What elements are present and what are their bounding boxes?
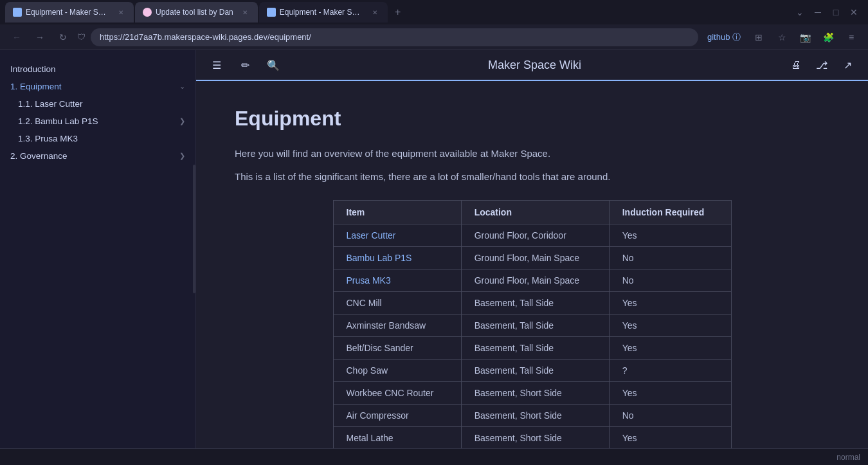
- grid-icon[interactable]: ⊞: [750, 28, 768, 46]
- equipment-table: Item Location Induction Required Laser C…: [333, 200, 732, 448]
- sidebar-item-introduction-label: Introduction: [10, 64, 56, 74]
- table-location: Ground Floor, Main Space: [461, 269, 609, 292]
- wiki-toolbar: ☰ ✏ 🔍 Maker Space Wiki 🖨 ⎇ ↗: [196, 50, 868, 81]
- tab-equipment-1[interactable]: Equipment - Maker Sp… ✕: [5, 2, 134, 23]
- chevron-down-icon: ⌄: [179, 82, 185, 91]
- sidebar-item-governance-label: 2. Governance: [10, 151, 68, 161]
- table-location: Ground Floor, Main Space: [461, 247, 609, 269]
- page-desc-1: Here you will find an overview of the eq…: [235, 146, 829, 161]
- table-location: Basement, Tall Side: [461, 360, 609, 382]
- sidebar-item-bambu[interactable]: 1.2. Bambu Lab P1S ❯: [0, 113, 195, 130]
- table-induction: ?: [609, 360, 731, 382]
- back-button[interactable]: ←: [8, 28, 26, 46]
- tab-label-3: Equipment - Maker Sp…: [280, 8, 363, 17]
- main-layout: Introduction 1. Equipment ⌄ 1.1. Laser C…: [0, 50, 868, 448]
- table-row: Belt/Disc SanderBasement, Tall SideYes: [333, 337, 731, 360]
- address-input[interactable]: [91, 28, 698, 46]
- table-row: CNC MillBasement, Tall SideYes: [333, 292, 731, 315]
- table-header-location: Location: [461, 201, 609, 224]
- table-induction: Yes: [609, 292, 731, 315]
- sidebar-item-governance[interactable]: 2. Governance ❯: [0, 147, 195, 165]
- tab-close-2[interactable]: ✕: [240, 7, 250, 17]
- table-induction: No: [609, 247, 731, 269]
- sidebar-item-introduction[interactable]: Introduction: [0, 60, 195, 78]
- github-button[interactable]: github ⓘ: [703, 32, 745, 43]
- table-row: Chop SawBasement, Tall Side?: [333, 360, 731, 382]
- edit-icon[interactable]: ✏: [235, 55, 255, 75]
- table-induction: Yes: [609, 337, 731, 360]
- table-row: Air CompressorBasement, Short SideNo: [333, 405, 731, 427]
- close-window-button[interactable]: ✕: [845, 3, 863, 21]
- table-item-text: CNC Mill: [333, 292, 461, 315]
- table-header-item: Item: [333, 201, 461, 224]
- tab-favicon-2: [143, 8, 152, 17]
- sidebar-item-prusa[interactable]: 1.3. Prusa MK3: [0, 130, 195, 147]
- page-title: Equipment: [235, 107, 829, 131]
- table-row: Bambu Lab P1SGround Floor, Main SpaceNo: [333, 247, 731, 269]
- page-desc-2: This is a list of the significant items,…: [235, 169, 829, 185]
- print-icon[interactable]: 🖨: [786, 55, 806, 75]
- table-item-link[interactable]: Bambu Lab P1S: [347, 253, 412, 263]
- sidebar-item-laser-cutter[interactable]: 1.1. Laser Cutter: [0, 95, 195, 113]
- table-item-link[interactable]: Prusa MK3: [347, 275, 391, 286]
- camera-icon[interactable]: 📷: [796, 28, 814, 46]
- wiki-title: Maker Space Wiki: [291, 59, 778, 72]
- wiki-content-wrapper: ☰ ✏ 🔍 Maker Space Wiki 🖨 ⎇ ↗ Equipment H…: [196, 50, 868, 448]
- tab-favicon-1: [13, 8, 22, 17]
- sidebar-item-equipment-label: 1. Equipment: [10, 82, 62, 91]
- tab-label-2: Update tool list by Dan: [156, 8, 233, 17]
- table-induction: Yes: [609, 224, 731, 247]
- extensions-icon[interactable]: 🧩: [819, 28, 837, 46]
- sidebar-item-prusa-label: 1.3. Prusa MK3: [18, 134, 78, 143]
- menu-icon[interactable]: ≡: [842, 28, 860, 46]
- table-location: Basement, Short Side: [461, 427, 609, 449]
- wiki-page: Equipment Here you will find an overview…: [196, 81, 868, 448]
- sidebar-item-equipment[interactable]: 1. Equipment ⌄: [0, 78, 195, 95]
- table-induction: Yes: [609, 382, 731, 405]
- table-induction: Yes: [609, 315, 731, 337]
- tab-favicon-3: [267, 8, 276, 17]
- minimize-button[interactable]: ─: [809, 3, 827, 21]
- hamburger-icon[interactable]: ☰: [206, 55, 227, 75]
- table-item-text: Workbee CNC Router: [333, 382, 461, 405]
- table-location: Basement, Short Side: [461, 405, 609, 427]
- table-induction: No: [609, 405, 731, 427]
- table-item-text: Metal Lathe: [333, 427, 461, 449]
- table-row: Laser CutterGround Floor, CoridoorYes: [333, 224, 731, 247]
- new-tab-button[interactable]: +: [389, 3, 407, 21]
- table-item-link[interactable]: Laser Cutter: [347, 230, 396, 241]
- wiki-sidebar: Introduction 1. Equipment ⌄ 1.1. Laser C…: [0, 50, 196, 448]
- forward-button[interactable]: →: [31, 28, 49, 46]
- wiki-toolbar-right: 🖨 ⎇ ↗: [786, 55, 858, 75]
- table-location: Basement, Tall Side: [461, 337, 609, 360]
- table-location: Basement, Short Side: [461, 382, 609, 405]
- status-mode: normal: [836, 453, 860, 462]
- maximize-button[interactable]: □: [827, 3, 845, 21]
- tab-close-1[interactable]: ✕: [116, 7, 126, 17]
- external-link-icon[interactable]: ↗: [837, 55, 858, 75]
- table-induction: No: [609, 269, 731, 292]
- table-row: Metal LatheBasement, Short SideYes: [333, 427, 731, 449]
- browser-window: Equipment - Maker Sp… ✕ Update tool list…: [0, 0, 868, 465]
- status-bar: normal: [0, 448, 868, 465]
- table-row: Axminster BandsawBasement, Tall SideYes: [333, 315, 731, 337]
- tab-equipment-2[interactable]: Equipment - Maker Sp… ✕: [259, 2, 388, 23]
- tab-close-3[interactable]: ✕: [370, 7, 380, 17]
- shield-icon: 🛡: [77, 32, 86, 42]
- table-header-induction: Induction Required: [609, 201, 731, 224]
- reload-button[interactable]: ↻: [54, 28, 72, 46]
- table-row: Prusa MK3Ground Floor, Main SpaceNo: [333, 269, 731, 292]
- sidebar-item-bambu-label: 1.2. Bambu Lab P1S: [18, 116, 98, 126]
- table-row: Workbee CNC RouterBasement, Short SideYe…: [333, 382, 731, 405]
- github-link-icon[interactable]: ⎇: [811, 55, 832, 75]
- tab-bar: Equipment - Maker Sp… ✕ Update tool list…: [0, 0, 868, 24]
- tab-list-button[interactable]: ⌄: [791, 3, 809, 21]
- table-location: Basement, Tall Side: [461, 315, 609, 337]
- tab-update-tool-list[interactable]: Update tool list by Dan ✕: [135, 2, 258, 23]
- star-icon[interactable]: ☆: [773, 28, 791, 46]
- search-icon[interactable]: 🔍: [263, 55, 284, 75]
- table-item-text: Axminster Bandsaw: [333, 315, 461, 337]
- table-induction: Yes: [609, 427, 731, 449]
- sidebar-item-laser-cutter-label: 1.1. Laser Cutter: [18, 99, 83, 109]
- tab-label-1: Equipment - Maker Sp…: [26, 8, 109, 17]
